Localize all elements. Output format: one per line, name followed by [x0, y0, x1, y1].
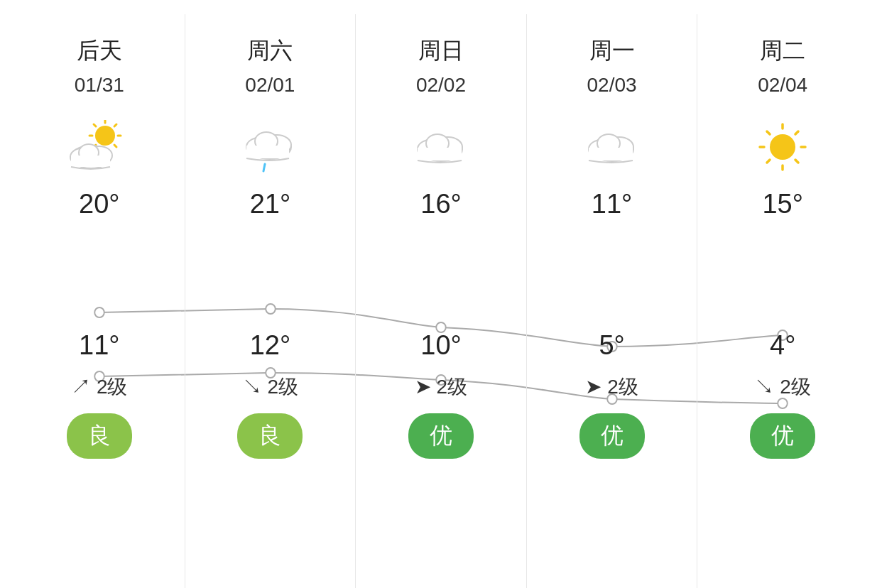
temp-high-1: 21° [250, 189, 290, 219]
day-col-0: 后天 01/31 [14, 14, 185, 588]
weather-icon-1 [234, 118, 305, 175]
svg-line-18 [94, 124, 96, 126]
temp-low-2: 10° [420, 330, 461, 361]
svg-line-17 [114, 145, 116, 147]
svg-point-10 [95, 126, 115, 146]
weather-icon-4 [747, 118, 818, 175]
svg-line-49 [767, 131, 770, 134]
weather-icon-2 [405, 118, 477, 175]
wind-3: ➤ 2级 [585, 374, 638, 401]
day-date-0: 01/31 [75, 74, 124, 97]
weather-widget: 后天 01/31 [14, 14, 868, 588]
temp-high-2: 16° [420, 189, 461, 219]
svg-rect-40 [589, 148, 633, 160]
day-col-1: 周六 02/01 21° 12° ↘ 2级 良 [185, 14, 356, 588]
day-date-4: 02/04 [758, 74, 807, 97]
wind-0: ↗ 2级 [71, 374, 127, 401]
day-date-1: 02/01 [245, 74, 295, 97]
svg-line-48 [795, 160, 798, 163]
svg-line-30 [263, 164, 265, 171]
wind-1: ↘ 2级 [242, 374, 298, 401]
svg-line-46 [795, 131, 798, 134]
temp-low-0: 11° [79, 330, 119, 361]
day-col-4: 周二 02/04 15° 4° ↘ 2级 优 [697, 14, 868, 588]
aqi-badge-0: 良 [67, 413, 132, 459]
aqi-badge-3: 优 [579, 413, 645, 459]
aqi-badge-4: 优 [750, 413, 815, 459]
day-name-0: 后天 [77, 36, 122, 67]
svg-rect-35 [418, 148, 462, 160]
day-col-3: 周一 02/03 11° 5° ➤ 2级 优 [527, 14, 698, 588]
temp-high-3: 11° [592, 189, 632, 219]
svg-rect-23 [71, 156, 110, 167]
temp-low-4: 4° [770, 330, 795, 361]
aqi-badge-1: 良 [237, 413, 303, 459]
day-name-4: 周二 [760, 36, 805, 67]
temp-low-3: 5° [599, 330, 624, 361]
svg-point-41 [770, 134, 795, 160]
temp-high-4: 15° [762, 189, 802, 219]
weather-icon-0 [64, 118, 135, 175]
temp-low-1: 12° [250, 330, 290, 361]
day-date-3: 02/03 [587, 74, 637, 97]
day-col-2: 周日 02/02 16° 10° ➤ 2级 优 [356, 14, 527, 588]
temp-high-0: 20° [79, 189, 119, 219]
svg-line-47 [767, 160, 770, 163]
svg-line-15 [114, 124, 116, 126]
wind-2: ➤ 2级 [415, 374, 467, 401]
day-name-2: 周日 [418, 36, 464, 67]
aqi-badge-2: 优 [408, 413, 474, 459]
svg-rect-29 [246, 146, 289, 158]
wind-4: ↘ 2级 [754, 374, 810, 401]
day-date-2: 02/02 [416, 74, 466, 97]
day-name-1: 周六 [247, 36, 293, 67]
weather-icon-3 [577, 118, 648, 175]
day-name-3: 周一 [589, 36, 635, 67]
